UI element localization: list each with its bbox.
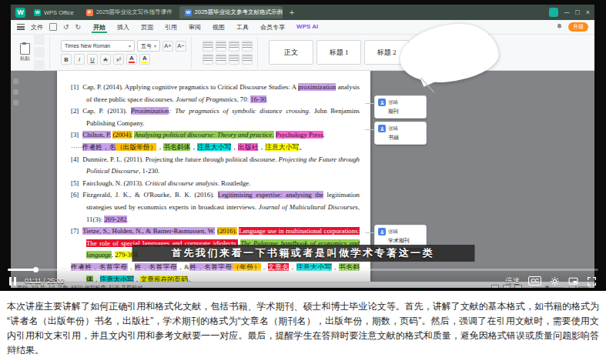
reference-number: [2]: [71, 107, 82, 115]
progress-bar[interactable]: [8, 269, 598, 271]
tab-label: 2025届毕业论文写作指导课件: [96, 8, 172, 16]
italic-icon[interactable]: I: [74, 54, 85, 65]
align-right-icon[interactable]: [229, 54, 239, 65]
reference-number: [6]: [71, 191, 82, 199]
copy-icon[interactable]: [34, 47, 45, 58]
bold-icon[interactable]: B: [61, 54, 72, 65]
reference-number: [4]: [71, 155, 82, 163]
document-tab[interactable]: W2025届毕业论文参考文献格式示例×: [179, 6, 283, 18]
indent-icon[interactable]: [229, 41, 239, 52]
highlight-color-icon[interactable]: A: [139, 54, 150, 65]
progress-knob[interactable]: [33, 267, 39, 272]
comment-author: 张晞: [388, 99, 398, 106]
paste-button[interactable]: 粘贴: [20, 43, 30, 62]
file-menu-button[interactable]: 文件: [31, 23, 43, 32]
ribbon-tab-开始[interactable]: 开始: [92, 22, 107, 33]
ribbon-tab-审阅[interactable]: 审阅: [187, 22, 203, 33]
video-player[interactable]: W WWPS OfficeP2025届毕业论文写作指导课件W2025届毕业论文参…: [0, 0, 606, 291]
tab-label: WPS Office: [44, 9, 74, 16]
document-tab[interactable]: P2025届毕业论文写作指导课件: [81, 6, 178, 18]
comment-text: 书籍: [378, 134, 423, 142]
reference-number: [5]: [71, 179, 82, 187]
wps-logo-icon: W: [15, 8, 25, 18]
app-tab[interactable]: WWPS Office: [28, 6, 79, 18]
ppt-file-icon: P: [86, 9, 93, 16]
upgrade-button[interactable]: 升级: [568, 22, 588, 32]
comment-card[interactable]: 张晞书籍: [374, 122, 427, 145]
comment-card[interactable]: 张晞期刊: [374, 95, 427, 119]
ribbon-tab-WPS AI[interactable]: WPS AI: [295, 22, 320, 33]
close-button[interactable]: ×: [586, 8, 590, 16]
comment-author: 张晞: [388, 229, 398, 235]
comment-text: 期刊: [378, 108, 423, 115]
canvas-left-tools[interactable]: [13, 78, 18, 105]
save-icon[interactable]: [49, 23, 57, 31]
progress-played: [8, 269, 35, 271]
pip-icon[interactable]: [568, 276, 578, 286]
format-annotation: ·····作者姓，名（出版年份），书名斜体，注意大小写，出版社，注意大小写。: [71, 142, 360, 154]
paste-icon: [20, 43, 30, 55]
commenter-avatar-icon: [378, 99, 386, 106]
reference-item: [4]Dunmire, P. L. (2011). Projecting the…: [71, 154, 360, 178]
font-size-select[interactable]: 五号▾: [137, 40, 160, 52]
wps-file-icon: W: [34, 9, 41, 16]
redo-icon[interactable]: ↻: [75, 23, 82, 31]
bullets-icon[interactable]: [203, 41, 213, 52]
tab-label: 2025届毕业论文参考文献格式示例: [195, 8, 283, 16]
align-left-icon[interactable]: [203, 54, 213, 65]
pause-button[interactable]: [9, 277, 16, 286]
user-avatar[interactable]: [549, 8, 558, 17]
ribbon-tab-页面[interactable]: 页面: [139, 22, 155, 33]
ribbon-tab-引用[interactable]: 引用: [163, 22, 179, 33]
cut-icon[interactable]: [34, 34, 45, 45]
reference-item: [1]Cap, P. (2014). Applying cognitive pr…: [71, 82, 360, 105]
ribbon: 粘贴 Times New Roman▾ 五号▾: [11, 35, 594, 71]
minimize-button[interactable]: ─: [564, 8, 569, 16]
undo-icon[interactable]: ↺: [63, 23, 69, 31]
style-标题1[interactable]: 标题 1: [316, 40, 361, 65]
page: W WWPS OfficeP2025届毕业论文写作指导课件W2025届毕业论文参…: [0, 0, 606, 364]
decrease-font-icon[interactable]: A−: [176, 41, 186, 52]
reference-number: [1]: [71, 83, 82, 91]
fullscreen-icon[interactable]: [587, 276, 597, 286]
menu-row: 文件 ↺ ↻ 开始插入页面引用审阅视图工具会员专享WPS AI 升级: [11, 20, 594, 35]
doc-file-icon: W: [185, 9, 192, 16]
new-tab-button[interactable]: +: [286, 8, 298, 17]
numbering-icon[interactable]: [216, 41, 226, 52]
style-gallery: 正文标题 1标题 2▴▾☰: [264, 36, 421, 68]
underline-icon[interactable]: U: [87, 54, 98, 65]
reference-item: [5]Fairclough, N. (2013). Critical disco…: [71, 178, 360, 190]
maximize-button[interactable]: □: [575, 8, 579, 16]
font-family-select[interactable]: Times New Roman▾: [61, 40, 135, 52]
line-spacing-icon[interactable]: [242, 54, 253, 65]
settings-icon[interactable]: [550, 276, 560, 286]
ribbon-tab-会员专享[interactable]: 会员专享: [259, 22, 286, 33]
ribbon-tab-工具[interactable]: 工具: [235, 22, 250, 33]
ribbon-tab-视图[interactable]: 视图: [211, 22, 226, 33]
subtitle-overlay: 首先我们来看一下书籍或者是叫做学术专著这一类: [132, 245, 474, 262]
video-description: 本次讲座主要讲解了如何正确引用和格式化文献，包括书籍、学术期刊、硕士和博士毕业论…: [0, 291, 606, 364]
reference-number: [7]: [71, 227, 82, 235]
increase-font-icon[interactable]: A+: [162, 41, 173, 52]
commenter-avatar-icon: [378, 125, 386, 132]
speed-button[interactable]: 倍速: [505, 276, 520, 286]
reference-number: [3]: [71, 131, 82, 139]
reference-item: [6]Fitzgerald, J. K., & O'Rourke, B. K. …: [71, 189, 360, 225]
reference-item: [3]Chilton, P. (2004). Analysing politic…: [71, 129, 360, 142]
bell-icon[interactable]: [556, 23, 563, 32]
comment-text: 学术期刊: [378, 237, 423, 245]
align-center-icon[interactable]: [216, 54, 226, 65]
hamburger-icon[interactable]: [17, 24, 25, 30]
window-tabs: WWPS OfficeP2025届毕业论文写作指导课件W2025届毕业论文参考文…: [28, 5, 283, 20]
format-painter-icon[interactable]: [34, 60, 45, 71]
style-正文[interactable]: 正文: [269, 40, 313, 65]
strikethrough-icon[interactable]: A: [100, 54, 111, 65]
font-color-icon[interactable]: A: [126, 54, 137, 65]
paragraph-group: [198, 36, 258, 68]
cc-button[interactable]: CC: [528, 276, 541, 286]
superscript-icon[interactable]: x²: [113, 54, 124, 65]
ribbon-tab-插入[interactable]: 插入: [116, 22, 131, 33]
time-display: 01:11 / 25:02: [25, 277, 65, 285]
commenter-avatar-icon: [378, 228, 386, 235]
outdent-icon[interactable]: [242, 41, 253, 52]
